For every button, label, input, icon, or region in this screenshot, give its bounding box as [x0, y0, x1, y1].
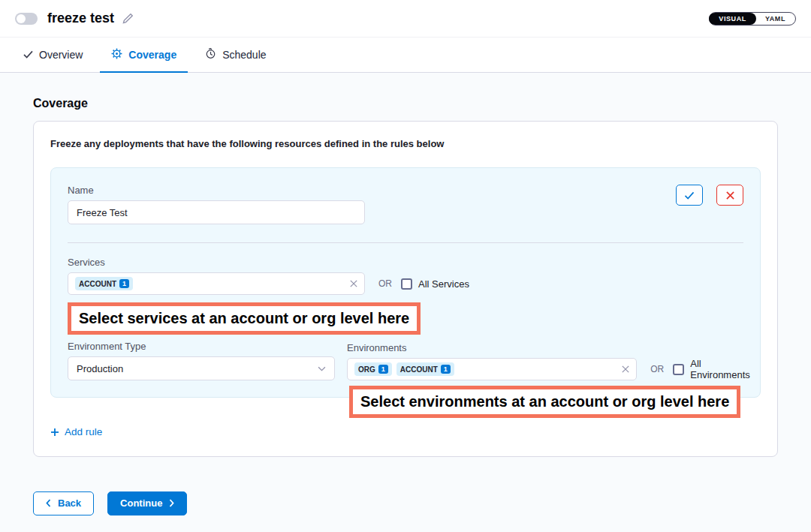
confirm-rule-button[interactable]	[676, 185, 703, 206]
tab-overview[interactable]: Overview	[12, 38, 94, 72]
environment-type-label: Environment Type	[68, 341, 335, 352]
edit-title-icon[interactable]	[122, 12, 134, 25]
service-tag-count-badge: 1	[119, 279, 129, 288]
all-environments-label: All Environments	[690, 358, 760, 380]
environment-tag-account[interactable]: ACCOUNT 1	[396, 362, 454, 376]
back-button[interactable]: Back	[33, 491, 94, 515]
all-services-checkbox[interactable]	[401, 278, 412, 290]
environment-type-field: Environment Type Production	[68, 341, 335, 380]
add-rule-button[interactable]: Add rule	[50, 426, 102, 437]
environment-type-dropdown[interactable]: Production	[68, 356, 335, 380]
coverage-description: Freeze any deployments that have the fol…	[50, 138, 761, 149]
environment-tag-account-count-badge: 1	[441, 365, 451, 374]
freeze-studio-window: freeze test VISUAL YAML Overview	[0, 0, 811, 532]
main-content: Coverage Freeze any deployments that hav…	[0, 73, 811, 532]
service-tag[interactable]: ACCOUNT 1	[75, 277, 133, 290]
all-services-checkbox-wrap[interactable]: All Services	[401, 278, 469, 290]
rule-name-row: Name	[68, 185, 743, 224]
freeze-enabled-toggle[interactable]	[15, 13, 38, 25]
check-icon	[23, 49, 33, 61]
add-rule-label: Add rule	[65, 426, 102, 437]
continue-button[interactable]: Continue	[107, 491, 187, 515]
rule-name-input[interactable]	[68, 200, 365, 224]
all-environments-checkbox[interactable]	[673, 364, 684, 375]
tab-schedule[interactable]: Schedule	[194, 38, 277, 72]
name-label: Name	[68, 185, 365, 196]
environment-tag-account-label: ACCOUNT	[400, 365, 438, 374]
environment-tag-org-count-badge: 1	[378, 365, 388, 374]
services-multiselect[interactable]: ACCOUNT 1	[68, 272, 365, 295]
continue-button-label: Continue	[120, 497, 162, 509]
chevron-down-icon	[318, 366, 326, 371]
services-clear-icon[interactable]	[350, 280, 357, 287]
services-field: Services ACCOUNT 1 OR	[68, 257, 743, 295]
all-services-label: All Services	[418, 278, 469, 290]
header: freeze test VISUAL YAML	[0, 0, 811, 38]
environment-row: Environment Type Production Environments…	[68, 341, 743, 380]
schedule-clock-icon	[205, 48, 216, 62]
yaml-toggle-button[interactable]: YAML	[755, 14, 795, 24]
coverage-section-title: Coverage	[33, 97, 778, 110]
environments-or-label: OR	[650, 364, 664, 374]
delete-rule-button[interactable]	[716, 185, 743, 206]
tab-overview-label: Overview	[39, 49, 83, 61]
environment-tag-org-label: ORG	[358, 365, 375, 374]
toggle-knob	[17, 14, 26, 23]
tab-bar: Overview Coverage	[0, 38, 811, 73]
page-title: freeze test	[47, 11, 114, 26]
chevron-left-icon	[46, 499, 51, 507]
environment-type-value: Production	[77, 363, 123, 374]
rule-editor-panel: Name Services	[50, 167, 761, 398]
plus-icon	[50, 428, 59, 437]
all-environments-checkbox-wrap[interactable]: All Environments	[673, 358, 760, 380]
environment-tag-org[interactable]: ORG 1	[354, 362, 392, 376]
services-annotation-callout: Select services at an account or org lev…	[68, 302, 421, 335]
environments-annotation-callout: Select environments at an account or org…	[349, 386, 740, 418]
environments-multiselect[interactable]: ORG 1 ACCOUNT 1	[347, 358, 637, 380]
service-tag-label: ACCOUNT	[79, 280, 116, 288]
rule-actions	[676, 185, 743, 206]
environments-clear-icon[interactable]	[622, 365, 629, 373]
tab-coverage-label: Coverage	[128, 49, 176, 61]
chevron-right-icon	[169, 499, 174, 507]
back-button-label: Back	[58, 497, 81, 509]
tab-coverage[interactable]: Coverage	[100, 38, 188, 72]
environments-field: Environments ORG 1 ACCOUNT 1	[347, 342, 760, 380]
wizard-footer: Back Continue	[33, 491, 778, 515]
divider	[68, 242, 743, 243]
visual-yaml-toggle: VISUAL YAML	[709, 12, 796, 26]
services-label: Services	[68, 257, 743, 268]
tab-schedule-label: Schedule	[222, 49, 266, 61]
services-or-label: OR	[378, 278, 392, 289]
environments-label: Environments	[347, 342, 760, 353]
rule-name-field: Name	[68, 185, 365, 224]
visual-toggle-button[interactable]: VISUAL	[709, 13, 756, 25]
gear-icon	[111, 48, 122, 62]
coverage-card: Freeze any deployments that have the fol…	[33, 121, 778, 457]
